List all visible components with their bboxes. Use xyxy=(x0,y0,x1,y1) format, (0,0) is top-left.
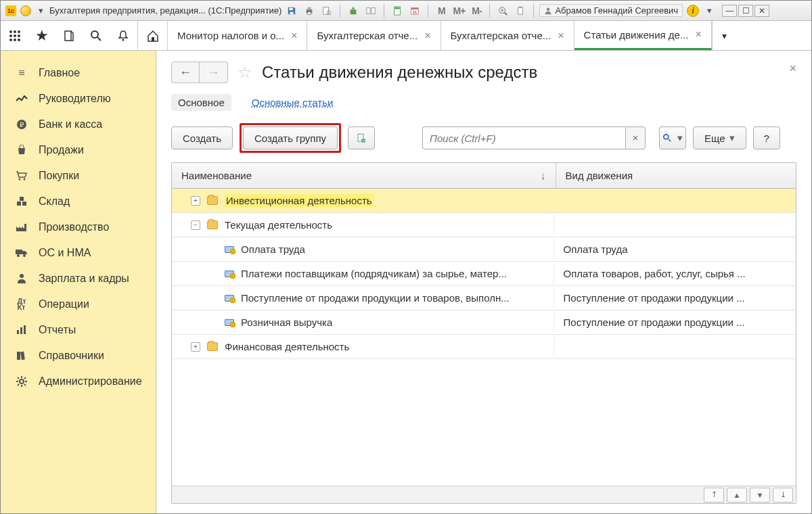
print-icon[interactable] xyxy=(302,3,317,18)
clipboard-icon[interactable] xyxy=(513,3,528,18)
tab-accounting-2[interactable]: Бухгалтерская отче...× xyxy=(441,21,574,50)
search-button[interactable]: ▾ xyxy=(659,126,686,149)
menu-icon: ≡ xyxy=(14,67,29,79)
subnav-link[interactable]: Основные статьи xyxy=(245,94,340,111)
create-group-button[interactable]: Создать группу xyxy=(243,126,338,149)
export-icon[interactable] xyxy=(346,3,361,18)
table-row[interactable]: −Текущая деятельность xyxy=(172,213,796,237)
help-button[interactable]: ? xyxy=(753,126,780,149)
sidebar-item-catalogs[interactable]: Справочники xyxy=(1,343,156,369)
info-icon[interactable]: i xyxy=(685,3,700,18)
apps-icon[interactable] xyxy=(6,27,24,45)
table-row[interactable]: Розничная выручка Поступление от продажи… xyxy=(172,310,796,335)
memory-mplus-icon[interactable]: M+ xyxy=(451,3,466,18)
sidebar-item-sales[interactable]: Продажи xyxy=(1,137,156,163)
history-icon[interactable] xyxy=(60,27,78,45)
more-button[interactable]: Еще▾ xyxy=(693,126,746,149)
calculator-icon[interactable] xyxy=(390,3,405,18)
star-icon[interactable]: ★ xyxy=(33,27,51,45)
svg-rect-21 xyxy=(520,6,522,7)
gear-icon xyxy=(14,376,29,387)
calendar-icon[interactable]: 31 xyxy=(407,3,422,18)
favorite-star-icon[interactable]: ☆ xyxy=(238,63,252,82)
expand-icon[interactable]: + xyxy=(191,196,200,206)
data-grid: Наименование↓ Вид движения +Инвестиционн… xyxy=(171,162,796,504)
tab-monitor[interactable]: Монитор налогов и о...× xyxy=(168,21,307,50)
svg-line-7 xyxy=(330,14,332,15)
sidebar-item-production[interactable]: Производство xyxy=(1,214,156,240)
sidebar-item-main[interactable]: ≡Главное xyxy=(1,60,156,86)
close-icon[interactable]: × xyxy=(558,30,564,42)
col-kind[interactable]: Вид движения xyxy=(556,163,796,188)
save-icon[interactable] xyxy=(284,3,299,18)
refresh-button[interactable] xyxy=(348,126,375,149)
home-tab[interactable] xyxy=(138,21,168,50)
search-icon[interactable] xyxy=(87,27,105,45)
svg-rect-40 xyxy=(17,202,21,206)
table-row[interactable]: +Финансовая деятельность xyxy=(172,335,796,359)
sidebar-item-warehouse[interactable]: Склад xyxy=(1,189,156,214)
table-row[interactable]: +Инвестиционная деятельность xyxy=(172,189,796,213)
create-button[interactable]: Создать xyxy=(171,126,233,149)
sidebar-item-assets[interactable]: ОС и НМА xyxy=(1,240,156,266)
app-logo-icon: 1c xyxy=(5,5,17,17)
collapse-icon[interactable]: − xyxy=(191,220,200,230)
truck-icon xyxy=(14,248,29,258)
tab-cashflow-items[interactable]: Статьи движения де...× xyxy=(574,21,712,50)
memory-m-icon[interactable]: M xyxy=(434,3,449,18)
memory-mminus-icon[interactable]: M- xyxy=(469,3,484,18)
tab-accounting-1[interactable]: Бухгалтерская отче...× xyxy=(307,21,441,50)
page-close-button[interactable]: × xyxy=(789,62,796,76)
minimize-button[interactable]: — xyxy=(722,5,737,17)
preview-icon[interactable] xyxy=(319,3,334,18)
expand-icon[interactable]: + xyxy=(191,342,200,352)
svg-point-30 xyxy=(14,39,16,41)
maximize-button[interactable]: ☐ xyxy=(738,5,753,17)
scroll-top-button[interactable]: ⤒ xyxy=(704,488,724,503)
sidebar-item-manager[interactable]: Руководителю xyxy=(1,86,156,112)
sidebar-item-label: Зарплата и кадры xyxy=(39,273,129,285)
svg-point-44 xyxy=(17,254,20,257)
grid-footer: ⤒ ▲ ▼ ⤓ xyxy=(172,486,796,503)
sidebar-item-reports[interactable]: Отчеты xyxy=(1,317,156,343)
subnav-main[interactable]: Основное xyxy=(171,94,231,111)
table-row[interactable]: Поступление от продажи продукции и товар… xyxy=(172,286,796,310)
chevron-down-icon[interactable]: ▾ xyxy=(35,5,47,17)
close-icon[interactable]: × xyxy=(424,30,430,42)
scroll-down-button[interactable]: ▼ xyxy=(750,488,770,503)
grid-body[interactable]: +Инвестиционная деятельность −Текущая де… xyxy=(172,189,796,486)
user-chip[interactable]: Абрамов Геннадий Сергеевич xyxy=(539,4,683,17)
compare-icon[interactable] xyxy=(363,3,378,18)
table-row[interactable]: Платежи поставщикам (подрядчикам) за сыр… xyxy=(172,262,796,286)
zoom-icon[interactable] xyxy=(495,3,510,18)
bell-icon[interactable] xyxy=(114,27,132,45)
clear-search-button[interactable]: × xyxy=(625,126,646,149)
svg-text:₽: ₽ xyxy=(20,121,24,128)
scroll-bottom-button[interactable]: ⤓ xyxy=(773,488,793,503)
sidebar-item-bank[interactable]: ₽Банк и касса xyxy=(1,112,156,137)
sidebar-item-hr[interactable]: Зарплата и кадры xyxy=(1,266,156,291)
sidebar-item-purchases[interactable]: Покупки xyxy=(1,163,156,189)
item-icon xyxy=(225,246,234,253)
dropdown-icon[interactable] xyxy=(20,5,32,17)
forward-button[interactable]: → xyxy=(200,62,228,83)
close-icon[interactable]: × xyxy=(695,28,701,41)
toolstrip-left: ★ xyxy=(1,21,138,50)
sidebar-item-admin[interactable]: Администрирование xyxy=(1,369,156,394)
table-row[interactable]: Оплата труда Оплата труда xyxy=(172,237,796,262)
svg-line-17 xyxy=(505,12,508,15)
folder-icon xyxy=(207,342,218,351)
chevron-down-icon[interactable]: ▾ xyxy=(703,5,715,17)
col-name[interactable]: Наименование↓ xyxy=(172,163,556,188)
tabs-more[interactable]: ▾ xyxy=(712,21,736,50)
close-icon[interactable]: × xyxy=(291,30,297,42)
svg-rect-12 xyxy=(395,7,400,9)
person-icon xyxy=(14,273,29,284)
sidebar-item-operations[interactable]: ДтКтОперации xyxy=(1,291,156,317)
btn-label: Создать группу xyxy=(254,133,326,144)
close-button[interactable]: ✕ xyxy=(754,5,769,17)
svg-point-22 xyxy=(547,7,550,11)
scroll-up-button[interactable]: ▲ xyxy=(727,488,747,503)
search-input[interactable] xyxy=(422,126,625,149)
back-button[interactable]: ← xyxy=(171,62,200,83)
